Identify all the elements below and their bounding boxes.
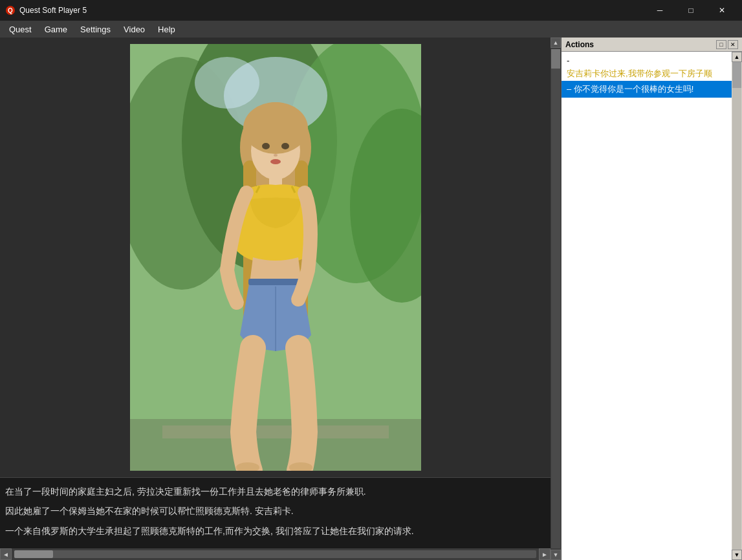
close-button[interactable]: ✕ — [707, 0, 737, 21]
text-area: 在当了一段时间的家庭主妇之后, 劳拉决定重新找一份工作并且去她老爸的律师事务所兼… — [0, 477, 551, 548]
actions-title: Actions — [565, 40, 594, 49]
scroll-left-arrow[interactable]: ◄ — [0, 548, 12, 560]
actions-scroll-down[interactable]: ▼ — [732, 550, 742, 560]
bottom-scrollbar-thumb[interactable] — [14, 550, 53, 558]
bottom-scrollbar-track[interactable] — [14, 550, 536, 558]
title-bar-controls: ─ □ ✕ — [645, 0, 737, 21]
bottom-scrollbar: ◄ ► — [0, 548, 551, 560]
actions-header: Actions □ ✕ — [562, 38, 742, 52]
left-area: 在当了一段时间的家庭主妇之后, 劳拉决定重新找一份工作并且去她老爸的律师事务所兼… — [0, 38, 561, 560]
a-scroll-track[interactable] — [732, 62, 741, 550]
menu-game[interactable]: Game — [38, 21, 74, 38]
app-icon: Q — [5, 5, 16, 16]
story-paragraph-2: 因此她雇了一个保姆当她不在家的时候可以帮忙照顾德克斯特. 安吉莉卡. — [5, 504, 545, 518]
action-dash: - — [562, 54, 732, 67]
action-text-normal: 安吉莉卡你过来,我带你参观一下房子顺 — [562, 67, 732, 81]
actions-controls: □ ✕ — [716, 40, 738, 49]
main-content: 在当了一段时间的家庭主妇之后, 劳拉决定重新找一份工作并且去她老爸的律师事务所兼… — [0, 38, 742, 560]
actions-list: - 安吉莉卡你过来,我带你参观一下房子顺 – 你不觉得你是一个很棒的女生吗! — [562, 52, 732, 560]
v-scroll-track[interactable] — [551, 49, 560, 548]
maximize-button[interactable]: □ — [676, 0, 706, 21]
menu-bar: Quest Game Settings Video Help — [0, 21, 742, 38]
svg-point-18 — [274, 154, 278, 156]
menu-quest[interactable]: Quest — [3, 21, 38, 38]
actions-close-button[interactable]: ✕ — [728, 40, 738, 49]
game-panel: 在当了一段时间的家庭主妇之后, 劳拉决定重新找一份工作并且去她老爸的律师事务所兼… — [0, 38, 551, 560]
story-paragraph-4 — [5, 543, 545, 548]
image-area — [0, 38, 551, 477]
game-image — [130, 44, 421, 471]
action-text-selected[interactable]: – 你不觉得你是一个很棒的女生吗! — [562, 81, 732, 98]
actions-content: - 安吉莉卡你过来,我带你参观一下房子顺 – 你不觉得你是一个很棒的女生吗! ▲… — [562, 52, 742, 560]
scroll-down-arrow[interactable]: ▼ — [551, 550, 561, 560]
title-bar-left: Q Quest Soft Player 5 — [5, 5, 87, 16]
title-text: Quest Soft Player 5 — [19, 6, 87, 15]
menu-settings[interactable]: Settings — [74, 21, 117, 38]
story-paragraph-3: 一个来自俄罗斯的大学生承担起了照顾德克斯特的工作,而作为交换, 我们答应了让她住… — [5, 524, 545, 538]
a-scroll-thumb[interactable] — [732, 62, 741, 88]
scroll-right-arrow[interactable]: ► — [539, 548, 551, 560]
svg-rect-24 — [248, 279, 303, 285]
actions-maximize-button[interactable]: □ — [716, 40, 726, 49]
minimize-button[interactable]: ─ — [645, 0, 675, 21]
svg-point-8 — [195, 57, 259, 109]
actions-scrollbar: ▲ ▼ — [732, 52, 742, 560]
svg-point-19 — [270, 159, 281, 164]
actions-scroll-up[interactable]: ▲ — [732, 52, 742, 62]
story-paragraph-1: 在当了一段时间的家庭主妇之后, 劳拉决定重新找一份工作并且去她老爸的律师事务所兼… — [5, 484, 545, 499]
menu-video[interactable]: Video — [117, 21, 151, 38]
scene-svg — [130, 44, 421, 471]
svg-point-17 — [281, 143, 289, 149]
svg-point-16 — [262, 143, 270, 149]
svg-rect-10 — [162, 425, 389, 438]
title-bar: Q Quest Soft Player 5 ─ □ ✕ — [0, 0, 742, 21]
menu-help[interactable]: Help — [151, 21, 182, 38]
actions-panel: Actions □ ✕ - 安吉莉卡你过来,我带你参观一下房子顺 – 你不觉得你… — [561, 38, 742, 560]
svg-text:Q: Q — [8, 7, 13, 14]
game-vertical-scrollbar: ▲ ▼ — [551, 38, 561, 560]
v-scroll-thumb[interactable] — [551, 49, 560, 69]
scroll-up-arrow[interactable]: ▲ — [551, 38, 561, 48]
svg-point-15 — [243, 102, 308, 154]
